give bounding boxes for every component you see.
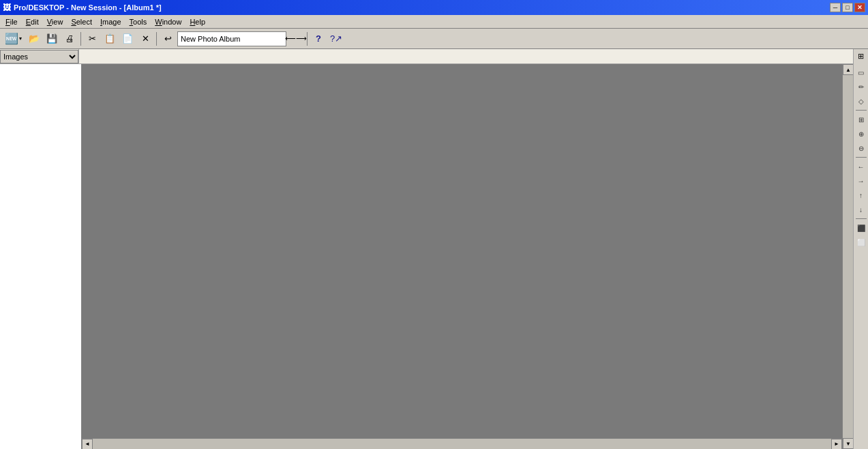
- toolbar-separator-3: [307, 32, 308, 46]
- undo-icon: ↩: [164, 33, 172, 44]
- right-separator-1: [856, 110, 867, 111]
- zoom-in-button[interactable]: ⊕: [854, 127, 868, 141]
- undo-button[interactable]: ↩: [160, 31, 176, 47]
- new-dropdown-arrow[interactable]: ▾: [18, 35, 23, 42]
- grid-tool-button[interactable]: ⊞: [854, 113, 868, 126]
- help-icon: ?: [316, 33, 321, 44]
- new-icon: 🆕: [5, 32, 18, 45]
- select-icon: ▭: [858, 69, 864, 76]
- help2-button[interactable]: ?↗: [328, 31, 344, 47]
- help-button[interactable]: ?: [310, 31, 327, 47]
- menu-bar: File Edit View Select Image Tools Window…: [0, 15, 868, 29]
- vertical-scrollbar[interactable]: ▲ ▼: [842, 64, 853, 449]
- select-tool-button[interactable]: ▭: [854, 66, 868, 79]
- draw-tool-button[interactable]: ✏: [854, 80, 868, 93]
- print-button[interactable]: 🖨: [61, 31, 78, 47]
- save-button[interactable]: 💾: [44, 31, 60, 47]
- color1-icon: ⬛: [857, 224, 865, 232]
- delete-button[interactable]: ✕: [137, 31, 153, 47]
- right-separator-2: [856, 157, 867, 158]
- color2-button[interactable]: ⬜: [854, 235, 868, 249]
- horizontal-scrollbar[interactable]: ◄ ►: [82, 438, 842, 449]
- right-separator-3: [856, 218, 867, 219]
- main-area: ▲ ▼ ◄ ► ▭ ✏ ◇ ⊞ ⊕ ⊖ ←: [0, 64, 868, 449]
- forward-button[interactable]: →: [854, 174, 868, 188]
- down-button[interactable]: ↓: [854, 203, 868, 216]
- scroll-track-horizontal[interactable]: [93, 439, 831, 450]
- color2-icon: ⬜: [857, 239, 865, 246]
- panel-icon: ⊞: [858, 52, 864, 61]
- scroll-down-button[interactable]: ▼: [843, 438, 853, 449]
- menu-item-view[interactable]: View: [43, 16, 68, 27]
- forward-icon: →: [858, 177, 865, 185]
- menu-item-image[interactable]: Image: [96, 16, 125, 27]
- title-bar-text: Pro/DESKTOP - New Session - [Album1 *]: [14, 3, 162, 12]
- copy-icon: 📋: [104, 33, 115, 44]
- canvas-wrapper: [82, 64, 842, 438]
- secondary-toolbar: Images All Photos Selected ⊞: [0, 49, 868, 64]
- help2-icon: ?↗: [330, 33, 342, 44]
- up-icon: ↑: [859, 192, 863, 199]
- paste-button[interactable]: 📄: [119, 31, 136, 47]
- scroll-left-button[interactable]: ◄: [82, 439, 93, 450]
- panel-tool-button[interactable]: ⊞: [853, 49, 868, 64]
- open-icon: 📂: [29, 33, 40, 44]
- cut-button[interactable]: ✂: [84, 31, 100, 47]
- title-bar: 🖼 Pro/DESKTOP - New Session - [Album1 *]…: [0, 0, 868, 15]
- canvas-area: ▲ ▼ ◄ ►: [82, 64, 853, 449]
- right-panel: ▭ ✏ ◇ ⊞ ⊕ ⊖ ← → ↑ ↓ ⬛: [853, 64, 868, 449]
- scroll-tool-button[interactable]: ⟵⟶: [288, 31, 304, 47]
- scroll-icon: ⟵⟶: [285, 34, 307, 43]
- scroll-up-button[interactable]: ▲: [843, 64, 853, 75]
- breadcrumb-area: [78, 49, 853, 63]
- save-icon: 💾: [46, 33, 57, 44]
- toolbar-separator-2: [156, 32, 157, 46]
- menu-item-window[interactable]: Window: [151, 16, 185, 27]
- app-icon: 🖼: [3, 3, 11, 12]
- color1-button[interactable]: ⬛: [854, 221, 868, 235]
- draw-icon: ✏: [858, 83, 864, 91]
- menu-item-tools[interactable]: Tools: [125, 16, 151, 27]
- copy-button[interactable]: 📋: [102, 31, 118, 47]
- menu-item-select[interactable]: Select: [67, 16, 96, 27]
- back-icon: ←: [858, 163, 865, 171]
- paste-icon: 📄: [122, 33, 133, 44]
- scroll-right-button[interactable]: ►: [831, 439, 842, 450]
- menu-item-file[interactable]: File: [1, 16, 22, 27]
- print-icon: 🖨: [65, 33, 74, 44]
- title-bar-left: 🖼 Pro/DESKTOP - New Session - [Album1 *]: [3, 3, 162, 12]
- new-button[interactable]: 🆕 ▾: [3, 31, 25, 47]
- album-name-input[interactable]: [177, 31, 286, 46]
- menu-item-help[interactable]: Help: [185, 16, 209, 27]
- zoom-in-icon: ⊕: [858, 130, 864, 138]
- down-icon: ↓: [859, 206, 863, 214]
- shape-icon: ◇: [858, 98, 864, 105]
- title-bar-controls: ─ □ ✕: [830, 3, 865, 12]
- close-button[interactable]: ✕: [854, 3, 865, 12]
- up-button[interactable]: ↑: [854, 188, 868, 202]
- shape-tool-button[interactable]: ◇: [854, 94, 868, 108]
- images-dropdown[interactable]: Images All Photos Selected: [0, 50, 78, 63]
- zoom-out-icon: ⊖: [858, 145, 864, 152]
- toolbar: 🆕 ▾ 📂 💾 🖨 ✂ 📋 📄 ✕ ↩ ⟵⟶ ? ?↗: [0, 29, 868, 49]
- minimize-button[interactable]: ─: [830, 3, 841, 12]
- menu-item-edit[interactable]: Edit: [22, 16, 43, 27]
- cut-icon: ✂: [89, 33, 96, 44]
- scroll-track-vertical[interactable]: [843, 75, 853, 438]
- delete-icon: ✕: [142, 33, 149, 44]
- zoom-out-button[interactable]: ⊖: [854, 141, 868, 155]
- restore-button[interactable]: □: [842, 3, 853, 12]
- open-button[interactable]: 📂: [26, 31, 42, 47]
- toolbar-separator-1: [80, 32, 81, 46]
- grid-icon: ⊞: [858, 116, 864, 124]
- left-panel: [0, 64, 82, 449]
- back-button[interactable]: ←: [854, 160, 868, 173]
